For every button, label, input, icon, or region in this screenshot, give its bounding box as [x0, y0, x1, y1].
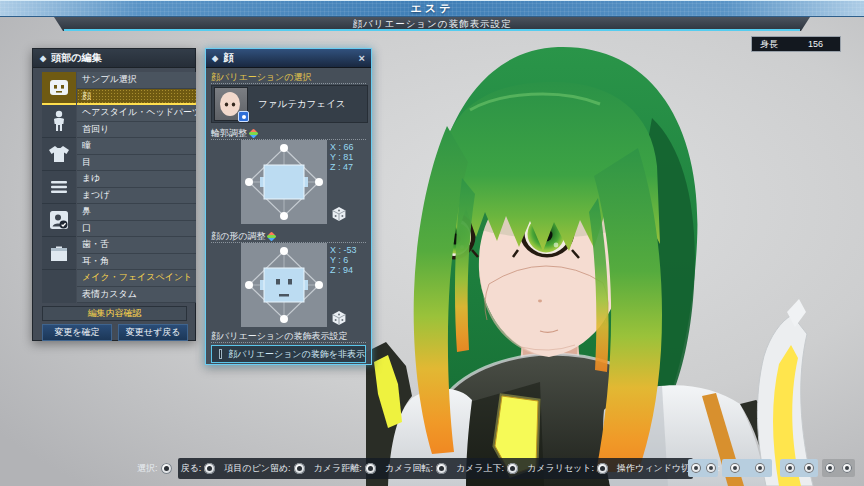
- menu-item-face[interactable]: 顔: [77, 89, 196, 106]
- menu-item-eyebrows[interactable]: まゆ: [77, 171, 196, 188]
- contour-pad-graphic: [241, 140, 327, 224]
- menu-item-eyelashes[interactable]: まつげ: [77, 188, 196, 205]
- contour-randomize-button[interactable]: [331, 206, 347, 222]
- display-toggle-figure[interactable]: [688, 459, 718, 477]
- face-variation-item[interactable]: ファルテカフェイス: [211, 85, 368, 123]
- controller-button-icon: [436, 463, 447, 474]
- hint-pin-item: 項目のピン留め:: [224, 462, 304, 475]
- apply-changes-button[interactable]: 変更を確定: [42, 324, 112, 341]
- contour-y: Y : 81: [330, 152, 372, 162]
- category-list[interactable]: [42, 171, 76, 204]
- portrait-check-icon: [49, 210, 69, 230]
- controller-button-icon: [204, 463, 215, 474]
- decoration-section-label: 顔バリエーションの装飾表示設定: [211, 330, 366, 343]
- controller-button-icon: [597, 463, 608, 474]
- nose: [538, 300, 542, 303]
- bag-icon: [49, 245, 69, 262]
- person-icon: [51, 110, 67, 132]
- controller-button-icon: [365, 463, 376, 474]
- menu-item-ears-horns[interactable]: 耳・角: [77, 254, 196, 271]
- lamp-icon: [706, 463, 716, 473]
- menu-item-pupils[interactable]: 瞳: [77, 138, 196, 155]
- shirt-icon: [755, 463, 765, 473]
- contour-x: X : 66: [330, 142, 372, 152]
- menu-icon: [50, 180, 68, 194]
- menu-item-sample[interactable]: サンプル選択: [77, 72, 196, 89]
- dice-icon: [331, 310, 347, 326]
- menu-item-nose[interactable]: 鼻: [77, 204, 196, 221]
- head-edit-panel: ◆ 頭部の編集: [32, 48, 196, 341]
- category-bag[interactable]: [42, 237, 76, 270]
- cancel-changes-button[interactable]: 変更せず戻る: [118, 324, 188, 341]
- face-panel-header: ◆ 顔 ×: [206, 49, 371, 68]
- close-icon[interactable]: ×: [359, 52, 365, 64]
- display-toggle-disabled[interactable]: [822, 459, 855, 477]
- shape-y: Y : 6: [330, 255, 372, 265]
- review-edits-button[interactable]: 編集内容確認: [42, 306, 187, 321]
- camera-icon: [825, 463, 835, 473]
- controller-button-icon: [161, 463, 172, 474]
- controller-button-icon: [507, 463, 518, 474]
- shape-x: X : -53: [330, 245, 372, 255]
- contour-pad[interactable]: [241, 140, 327, 224]
- hint-select: 選択:: [137, 462, 172, 475]
- height-indicator: 身長 156: [751, 36, 841, 52]
- controller-button-icon: [294, 463, 305, 474]
- rotate-icon: [842, 463, 852, 473]
- face-panel: ◆ 顔 × 顔バリエーションの選択 ファルテカフェイス 輪郭調整: [205, 48, 372, 365]
- menu-item-hairstyle[interactable]: ヘアスタイル・ヘッドパーツ: [77, 105, 196, 122]
- hint-camera-distance: カメラ距離:: [314, 462, 376, 475]
- contour-z: Z : 47: [330, 162, 372, 172]
- hint-camera-reset: カメラリセット:: [527, 462, 608, 475]
- control-hint-bar: 選択: 戻る: 項目のピン留め: カメラ距離: カメラ回転: カメラ上下: カメ…: [178, 458, 693, 479]
- camera-icon: [730, 463, 740, 473]
- hint-back: 戻る:: [181, 462, 216, 475]
- display-toggle-accessory[interactable]: [780, 459, 818, 477]
- shape-values: X : -53 Y : 6 Z : 94: [330, 245, 372, 275]
- menu-item-mouth[interactable]: 口: [77, 221, 196, 238]
- hide-decoration-checkbox[interactable]: [219, 349, 222, 359]
- face-thumbnail: [214, 87, 248, 121]
- category-body[interactable]: [42, 138, 76, 171]
- screen-title-bar: エステ: [0, 0, 864, 17]
- screen-subtitle-bar: 顔バリエーションの装飾表示設定: [54, 17, 810, 31]
- menu-item-neck[interactable]: 首回り: [77, 122, 196, 139]
- shape-z: Z : 94: [330, 265, 372, 275]
- screen-subtitle: 顔バリエーションの装飾表示設定: [352, 18, 511, 31]
- figure-icon: [691, 463, 701, 473]
- color-diamond-icon: [267, 231, 277, 241]
- category-hair[interactable]: [42, 105, 76, 138]
- category-portrait[interactable]: [42, 204, 76, 237]
- hint-camera-updown: カメラ上下:: [456, 462, 518, 475]
- menu-item-makeup-facepaint[interactable]: メイク・フェイスペイント: [77, 270, 196, 287]
- shape-randomize-button[interactable]: [331, 310, 347, 326]
- height-label: 身長: [760, 38, 778, 51]
- shape-pad-graphic: [241, 243, 327, 327]
- variation-section-label: 顔バリエーションの選択: [211, 71, 366, 84]
- shape-section-label: 顔の形の調整: [211, 230, 366, 243]
- menu-item-eyes[interactable]: 目: [77, 155, 196, 172]
- contour-section-label: 輪郭調整: [211, 127, 366, 140]
- category-face[interactable]: [42, 72, 76, 105]
- menu-item-teeth-tongue[interactable]: 歯・舌: [77, 237, 196, 254]
- hint-camera-rotate: カメラ回転:: [385, 462, 447, 475]
- face-icon: [49, 79, 69, 97]
- head-edit-panel-title: 頭部の編集: [51, 51, 101, 65]
- hide-decoration-option[interactable]: 顔バリエーションの装飾を非表示: [211, 345, 366, 363]
- camera-icon: [785, 463, 795, 473]
- face-variation-name: ファルテカフェイス: [258, 98, 346, 111]
- hide-decoration-label: 顔バリエーションの装飾を非表示: [228, 348, 365, 361]
- diamond-icon: ◆: [40, 54, 46, 63]
- screen-title: エステ: [411, 1, 454, 16]
- variation-badge-icon: [238, 111, 249, 122]
- shape-pad[interactable]: [241, 243, 327, 327]
- diamond-icon: ◆: [212, 54, 218, 63]
- menu-item-expression-custom[interactable]: 表情カスタム: [77, 287, 196, 304]
- color-diamond-icon: [249, 128, 259, 138]
- category-icon-column: [42, 72, 76, 303]
- display-toggle-costume[interactable]: [722, 459, 772, 477]
- edit-menu-list: サンプル選択 顔 ヘアスタイル・ヘッドパーツ 首回り 瞳 目 まゆ まつげ 鼻 …: [77, 72, 196, 303]
- contour-values: X : 66 Y : 81 Z : 47: [330, 142, 372, 172]
- height-value: 156: [808, 39, 823, 49]
- dice-icon: [331, 206, 347, 222]
